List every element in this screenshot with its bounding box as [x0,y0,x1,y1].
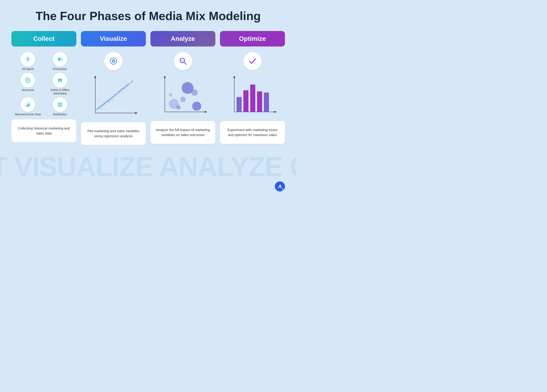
svg-point-49 [130,82,131,84]
advertising-label: Online & Offline Advertising [46,89,74,95]
icon-promotions: Promotions [46,52,74,71]
svg-point-61 [192,102,201,111]
analyze-visual [150,47,215,121]
dollar-icon: $ [24,56,31,63]
svg-point-52 [181,59,184,62]
search-icon [178,56,188,66]
distribution-label: Distribution [53,113,67,116]
scatter-plot [89,74,139,120]
svg-point-58 [176,105,181,110]
checkmark-icon [248,56,257,66]
collect-column: Collect $ Ad Spend [11,31,76,145]
svg-point-60 [191,89,198,96]
svg-point-47 [124,88,126,89]
svg-point-24 [102,104,104,106]
optimize-description: Experiment with marketing mixes and opti… [220,121,285,144]
svg-rect-9 [26,105,27,106]
ad-spend-circle: $ [21,52,35,67]
discounts-label: Discounts [22,89,34,92]
svg-line-51 [184,62,186,65]
svg-point-32 [115,93,117,95]
optimize-column: Optimize [220,31,285,145]
watermark: COLLECT VISUALIZE ANALYZE OPTIMIZE [0,151,296,182]
macroeconomic-label: Macroeconomic Data [15,113,41,116]
optimize-button[interactable]: Optimize [220,31,285,47]
collect-visual: $ Ad Spend Promotions [11,47,76,119]
logo-circle: A [275,181,285,192]
collect-description: Collecting historical marketing and sale… [11,119,76,142]
promotions-circle [53,52,67,67]
svg-point-46 [121,90,122,92]
svg-marker-19 [94,76,96,78]
svg-point-48 [127,84,129,86]
visualize-button[interactable]: Visualize [81,31,146,47]
icon-macroeconomic: Macroeconomic Data [14,97,42,116]
bar-chart-icon [24,101,31,108]
svg-marker-20 [135,112,138,114]
svg-point-63 [180,97,186,102]
visualize-column: Visualize [81,31,146,145]
svg-point-62 [169,93,172,97]
visualize-visual [81,47,146,122]
distribution-circle [53,97,67,112]
svg-rect-10 [27,104,28,106]
discounts-circle: % [21,73,35,88]
checkmark-icon-circle [243,52,262,70]
phases-grid: Collect $ Ad Spend [11,31,285,145]
svg-rect-11 [28,103,29,106]
icon-advertising: Online & Offline Advertising [46,73,74,95]
logo-icon: A [275,181,285,192]
visualize-description: Plot marketing and sales variables using… [81,122,146,145]
svg-point-23 [100,105,102,107]
logo: A [275,181,285,192]
svg-point-42 [108,102,110,104]
store-icon [56,76,64,84]
svg-marker-66 [233,76,235,78]
scatter-plot-container [81,74,146,120]
svg-point-43 [111,100,113,101]
svg-marker-56 [205,111,207,113]
eye-icon-circle [104,52,123,70]
expand-icon [56,101,64,108]
icon-ad-spend: $ Ad Spend [14,52,42,71]
svg-point-27 [108,100,109,102]
optimize-visual [220,47,285,121]
bubble-chart-container [150,74,215,119]
svg-marker-67 [274,111,277,113]
svg-point-16 [114,60,114,61]
promotions-label: Promotions [53,68,67,71]
icon-discounts: % Discounts [14,73,42,95]
discount-icon: % [24,76,31,84]
ad-spend-label: Ad Spend [22,68,34,71]
collect-button[interactable]: Collect [11,31,76,47]
svg-point-38 [125,85,127,87]
svg-point-29 [110,97,112,99]
svg-point-30 [112,96,114,98]
search-icon-circle [174,52,192,70]
macroeconomic-circle [21,97,35,112]
icon-distribution: Distribution [46,97,74,116]
svg-text:A: A [278,184,282,189]
bar-chart-container [220,74,285,119]
svg-text:$: $ [27,57,29,61]
analyze-button[interactable]: Analyze [150,31,215,47]
svg-point-26 [106,101,108,103]
svg-point-41 [105,103,106,105]
advertising-circle [53,73,67,88]
analyze-description: Analyze the full impact of marketing var… [150,121,215,144]
analyze-column: Analyze [150,31,215,145]
bar-chart [227,74,278,119]
svg-point-40 [101,108,103,109]
collect-icons-grid: $ Ad Spend Promotions [11,52,76,116]
svg-point-34 [118,90,120,92]
eye-icon [109,56,118,66]
svg-point-44 [114,95,116,97]
svg-point-36 [122,88,123,89]
svg-point-15 [113,60,114,62]
svg-rect-7 [59,81,61,82]
svg-marker-55 [164,76,166,78]
page-title: The Four Phases of Media Mix Modeling [11,9,285,23]
svg-text:%: % [27,79,29,81]
svg-point-45 [117,93,119,95]
megaphone-icon [56,56,64,63]
